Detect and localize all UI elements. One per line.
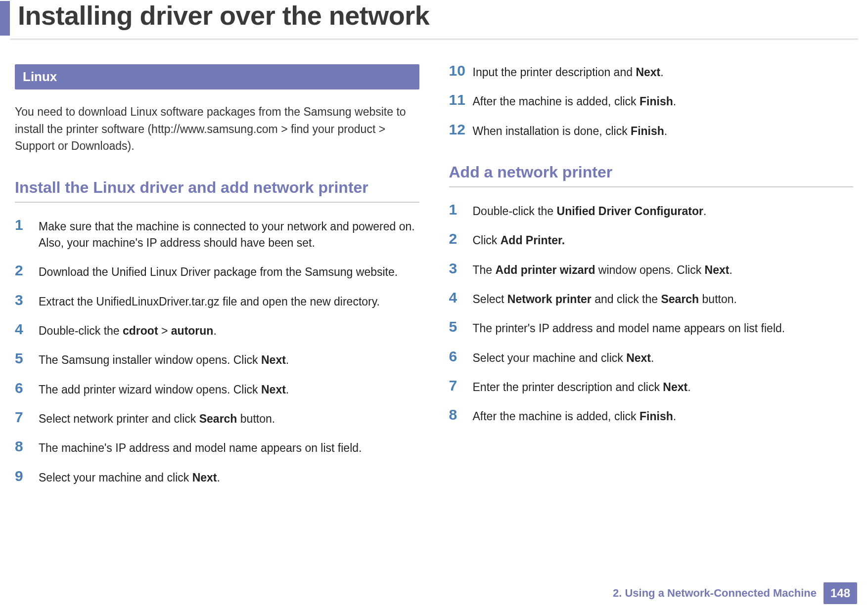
title-underline xyxy=(10,39,858,40)
step-text: Double-click the cdroot > autorun. xyxy=(39,323,419,339)
step-text: After the machine is added, click Finish… xyxy=(473,93,854,110)
step-text: Select Network printer and click the Sea… xyxy=(473,291,854,307)
subheading-add-network-printer: Add a network printer xyxy=(449,163,854,187)
intro-text: You need to download Linux software pack… xyxy=(15,103,419,155)
step-4: 4 Double-click the cdroot > autorun. xyxy=(15,323,419,339)
r-step-7: 7 Enter the printer description and clic… xyxy=(449,379,854,395)
section-band-linux: Linux xyxy=(15,64,419,89)
content-columns: Linux You need to download Linux softwar… xyxy=(0,44,868,499)
step-number: 3 xyxy=(449,261,473,276)
step-text: The machine's IP address and model name … xyxy=(39,440,419,456)
step-text: Enter the printer description and click … xyxy=(473,379,854,395)
step-number: 1 xyxy=(449,202,473,217)
step-12: 12 When installation is done, click Fini… xyxy=(449,123,854,139)
page-title: Installing driver over the network xyxy=(18,0,429,31)
step-text: Input the printer description and Next. xyxy=(473,64,854,81)
step-number: 6 xyxy=(15,381,39,395)
left-column: Linux You need to download Linux softwar… xyxy=(15,64,419,499)
step-8: 8 The machine's IP address and model nam… xyxy=(15,440,419,456)
step-text: When installation is done, click Finish. xyxy=(473,123,854,139)
step-number: 4 xyxy=(15,322,39,337)
step-number: 9 xyxy=(15,469,39,483)
r-step-8: 8 After the machine is added, click Fini… xyxy=(449,408,854,425)
r-step-2: 2 Click Add Printer. xyxy=(449,232,854,249)
page-header: Installing driver over the network xyxy=(0,0,868,44)
step-number: 2 xyxy=(449,231,473,246)
step-2: 2 Download the Unified Linux Driver pack… xyxy=(15,264,419,280)
step-text: Select network printer and click Search … xyxy=(39,411,419,427)
step-number: 8 xyxy=(449,407,473,422)
r-step-4: 4 Select Network printer and click the S… xyxy=(449,291,854,307)
step-text: The Samsung installer window opens. Clic… xyxy=(39,352,419,368)
step-6: 6 The add printer wizard window opens. C… xyxy=(15,382,419,398)
step-text: Select your machine and click Next. xyxy=(473,350,854,366)
step-number: 6 xyxy=(449,349,473,364)
r-step-5: 5 The printer's IP address and model nam… xyxy=(449,320,854,337)
step-number: 3 xyxy=(15,293,39,307)
step-number: 2 xyxy=(15,263,39,278)
step-text: Double-click the Unified Driver Configur… xyxy=(473,203,854,219)
step-text: Make sure that the machine is connected … xyxy=(39,219,419,252)
step-7: 7 Select network printer and click Searc… xyxy=(15,411,419,427)
subheading-install-linux: Install the Linux driver and add network… xyxy=(15,178,419,203)
step-3: 3 Extract the UnifiedLinuxDriver.tar.gz … xyxy=(15,294,419,310)
page-number: 148 xyxy=(823,582,857,604)
r-step-1: 1 Double-click the Unified Driver Config… xyxy=(449,203,854,219)
step-number: 5 xyxy=(449,319,473,334)
step-1: 1 Make sure that the machine is connecte… xyxy=(15,219,419,252)
step-text: The printer's IP address and model name … xyxy=(473,320,854,337)
step-number: 8 xyxy=(15,439,39,454)
step-number: 11 xyxy=(449,92,473,107)
step-text: The add printer wizard window opens. Cli… xyxy=(39,382,419,398)
page-footer: 2. Using a Network-Connected Machine 148 xyxy=(613,582,857,604)
step-number: 1 xyxy=(15,218,39,232)
step-text: Extract the UnifiedLinuxDriver.tar.gz fi… xyxy=(39,294,419,310)
step-9: 9 Select your machine and click Next. xyxy=(15,470,419,486)
step-number: 10 xyxy=(449,63,473,78)
right-column: 10 Input the printer description and Nex… xyxy=(449,64,854,499)
step-number: 7 xyxy=(15,410,39,425)
header-accent xyxy=(0,1,10,36)
step-number: 7 xyxy=(449,378,473,393)
r-step-3: 3 The Add printer wizard window opens. C… xyxy=(449,262,854,278)
step-text: After the machine is added, click Finish… xyxy=(473,408,854,425)
step-5: 5 The Samsung installer window opens. Cl… xyxy=(15,352,419,368)
step-text: The Add printer wizard window opens. Cli… xyxy=(473,262,854,278)
r-step-6: 6 Select your machine and click Next. xyxy=(449,350,854,366)
step-10: 10 Input the printer description and Nex… xyxy=(449,64,854,81)
step-number: 4 xyxy=(449,290,473,305)
step-text: Download the Unified Linux Driver packag… xyxy=(39,264,419,280)
step-number: 5 xyxy=(15,351,39,366)
step-11: 11 After the machine is added, click Fin… xyxy=(449,93,854,110)
step-number: 12 xyxy=(449,122,473,137)
step-text: Click Add Printer. xyxy=(473,232,854,249)
footer-chapter: 2. Using a Network-Connected Machine xyxy=(613,587,817,600)
step-text: Select your machine and click Next. xyxy=(39,470,419,486)
